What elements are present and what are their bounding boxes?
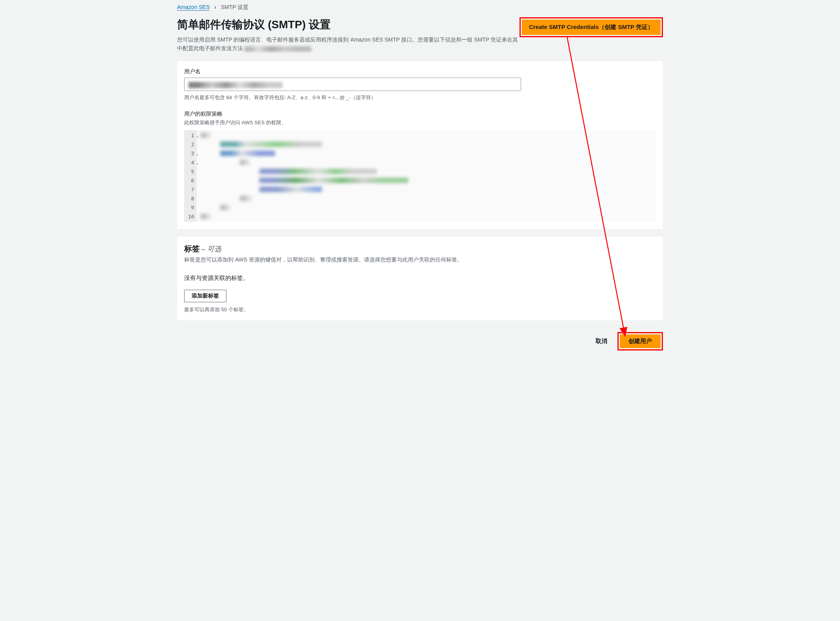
code-body [197,130,656,222]
username-input[interactable] [184,78,521,91]
annotation-highlight-create: Create SMTP Credentials（创建 SMTP 凭证） [520,17,663,37]
create-user-button[interactable]: 创建用户 [620,334,661,348]
tags-description: 标签是您可以添加到 AWS 资源的键值对，以帮助识别、整理或搜索资源。请选择您想… [184,256,656,263]
username-help: 用户名最多可包含 64 个字符。有效字符包括: A-Z、a-z、0-9 和 + … [184,94,656,101]
tags-title: 标签 [184,244,200,253]
username-label: 用户名 [184,68,656,75]
policy-code-editor[interactable]: 1 2 3 4 5 6 7 8 9 10 [184,130,656,222]
redacted-text [244,46,311,52]
breadcrumb: Amazon SES › SMTP 设置 [169,0,671,11]
add-tag-button[interactable]: 添加新标签 [184,290,226,302]
policy-subtitle: 此权限策略授予用户访问 AWS SES 的权限。 [184,119,656,126]
user-panel: 用户名 用户名最多可包含 64 个字符。有效字符包括: A-Z、a-z、0-9 … [177,61,663,229]
breadcrumb-current: SMTP 设置 [221,4,249,10]
tags-optional: – 可选 [201,245,221,253]
tags-limit: 最多可以再添加 50 个标签。 [184,306,656,313]
annotation-highlight-create-user: 创建用户 [617,332,663,350]
cancel-button[interactable]: 取消 [592,334,611,348]
redacted-username-value [188,82,282,88]
chevron-right-icon: › [214,4,216,10]
page-description: 您可以使用启用 SMTP 的编程语言、电子邮件服务器或应用程序连接到 Amazo… [177,35,520,53]
policy-title: 用户的权限策略 [184,111,656,118]
code-gutter: 1 2 3 4 5 6 7 8 9 10 [184,130,197,222]
create-smtp-credentials-button[interactable]: Create SMTP Credentials（创建 SMTP 凭证） [522,20,661,35]
tags-panel: 标签 – 可选 标签是您可以添加到 AWS 资源的键值对，以帮助识别、整理或搜索… [177,236,663,320]
tags-empty-state: 没有与资源关联的标签。 [184,274,656,282]
breadcrumb-root[interactable]: Amazon SES [177,4,210,11]
page-title: 简单邮件传输协议 (SMTP) 设置 [177,17,520,32]
footer-actions: 取消 创建用户 [169,327,671,357]
